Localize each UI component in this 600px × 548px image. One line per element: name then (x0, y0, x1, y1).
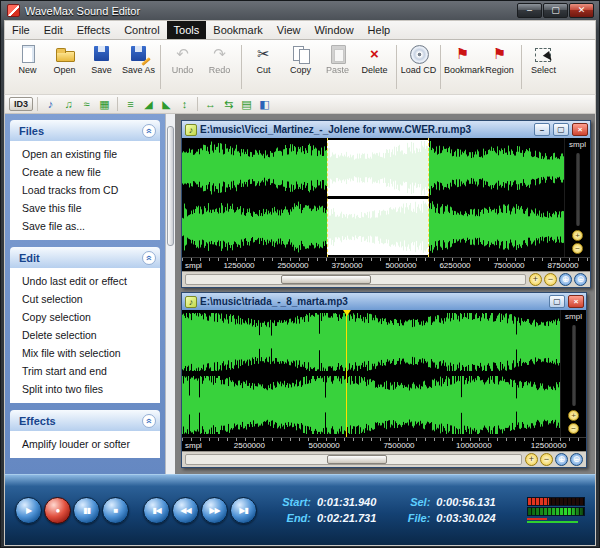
scrollbar-thumb[interactable] (327, 455, 387, 464)
vertical-zoom-in-button[interactable]: + (568, 410, 579, 421)
normalize-icon[interactable]: ↕ (176, 96, 193, 112)
editor-maximize-button[interactable]: ▢ (549, 295, 565, 308)
waveform-channel-right[interactable] (182, 199, 564, 255)
task-open-file[interactable]: Open an existing file (10, 145, 160, 163)
panel-effects-header[interactable]: Effects » (10, 410, 160, 431)
editor-close-button[interactable]: × (572, 123, 588, 136)
scrollbar-thumb[interactable] (167, 126, 174, 246)
vertical-scrollbar[interactable] (572, 325, 576, 406)
horizontal-scrollbar[interactable] (185, 274, 526, 285)
task-cut[interactable]: Cut selection (10, 290, 160, 308)
task-load-cd[interactable]: Load tracks from CD (10, 181, 160, 199)
sel-label: Sel: (394, 496, 430, 508)
waveform-channel-left[interactable] (182, 312, 560, 372)
maximize-button[interactable]: ▢ (543, 3, 568, 18)
copy-button[interactable]: Copy (282, 43, 319, 75)
magnify-in-button[interactable]: ⊕ (559, 273, 572, 286)
menu-help[interactable]: Help (361, 21, 398, 39)
editor-close-button[interactable]: × (568, 295, 584, 308)
vertical-zoom-out-button[interactable]: − (568, 423, 579, 434)
delete-button[interactable]: × Delete (356, 43, 393, 75)
main-area: Files » Open an existing file Create a n… (4, 114, 596, 474)
scrollbar-thumb[interactable] (281, 275, 371, 284)
play-button[interactable]: ▶ (15, 497, 42, 524)
unit-label: smpl (569, 138, 586, 149)
waveform-display[interactable] (182, 138, 564, 257)
id3-button[interactable]: ID3 (9, 97, 33, 111)
editor-maximize-button[interactable]: ▢ (553, 123, 569, 136)
bookmark-button[interactable]: ⚑ Bookmark (444, 43, 481, 75)
pause-button[interactable]: ▮▮ (73, 497, 100, 524)
collapse-chevron-icon[interactable]: » (142, 124, 156, 138)
collapse-chevron-icon[interactable]: » (142, 414, 156, 428)
equalizer-icon[interactable]: ≡ (122, 96, 139, 112)
task-trim[interactable]: Trim start and end (10, 362, 160, 380)
mix-icon[interactable]: ♫ (60, 96, 77, 112)
vertical-zoom-out-button[interactable]: − (572, 243, 583, 254)
close-button[interactable]: ✕ (569, 3, 594, 18)
magnify-in-button[interactable]: ⊕ (555, 453, 568, 466)
magnify-out-button[interactable]: ⊖ (574, 273, 587, 286)
select-button[interactable]: Select (525, 43, 562, 75)
task-save-file[interactable]: Save this file (10, 199, 160, 217)
menu-bookmark[interactable]: Bookmark (206, 21, 270, 39)
zoom-out-button[interactable]: − (540, 453, 553, 466)
editor-title-bar[interactable]: ♪ E:\music\Vicci_Martinez_-_Jolene for w… (182, 121, 590, 138)
task-create-file[interactable]: Create a new file (10, 163, 160, 181)
task-mix[interactable]: Mix file with selection (10, 344, 160, 362)
waveform-icon[interactable]: ≈ (78, 96, 95, 112)
task-save-as[interactable]: Save file as... (10, 217, 160, 235)
menu-file[interactable]: File (5, 21, 37, 39)
editor-minimize-button[interactable]: – (534, 123, 550, 136)
region-button[interactable]: ⚑ Region (481, 43, 518, 75)
panel-edit-header[interactable]: Edit » (10, 247, 160, 268)
zoom-out-button[interactable]: − (544, 273, 557, 286)
waveform-channel-right[interactable] (182, 375, 560, 435)
task-split[interactable]: Split into two files (10, 380, 160, 398)
swap-channels-icon[interactable]: ⇆ (220, 96, 237, 112)
menu-edit[interactable]: Edit (37, 21, 70, 39)
menu-effects[interactable]: Effects (70, 21, 117, 39)
task-copy[interactable]: Copy selection (10, 308, 160, 326)
settings-icon[interactable]: ◧ (256, 96, 273, 112)
menu-control[interactable]: Control (117, 21, 166, 39)
convert-icon[interactable]: ▤ (238, 96, 255, 112)
menu-view[interactable]: View (270, 21, 308, 39)
stretch-icon[interactable]: ↔ (202, 96, 219, 112)
load-cd-button[interactable]: Load CD (400, 43, 437, 75)
minimize-button[interactable]: – (517, 3, 542, 18)
panel-files-header[interactable]: Files » (10, 120, 160, 141)
open-button[interactable]: Open (46, 43, 83, 75)
vertical-zoom-in-button[interactable]: + (572, 230, 583, 241)
horizontal-scroll-row: + − ⊕ ⊖ (182, 451, 586, 467)
save-as-button[interactable]: Save As (120, 43, 157, 75)
stop-button[interactable]: ■ (102, 497, 129, 524)
waveform-channel-left[interactable] (182, 140, 564, 196)
skip-end-button[interactable]: ▶▮ (230, 497, 257, 524)
collapse-chevron-icon[interactable]: » (142, 251, 156, 265)
new-button[interactable]: New (9, 43, 46, 75)
task-pane-scrollbar[interactable] (165, 114, 175, 474)
skip-start-button[interactable]: ▮◀ (143, 497, 170, 524)
task-delete[interactable]: Delete selection (10, 326, 160, 344)
save-button[interactable]: Save (83, 43, 120, 75)
cut-button[interactable]: ✂ Cut (245, 43, 282, 75)
waveform-display[interactable] (182, 310, 560, 437)
fade-out-icon[interactable]: ◣ (158, 96, 175, 112)
zoom-in-button[interactable]: + (525, 453, 538, 466)
rewind-button[interactable]: ◀◀ (172, 497, 199, 524)
menu-window[interactable]: Window (307, 21, 360, 39)
task-undo[interactable]: Undo last edit or effect (10, 272, 160, 290)
menu-tools[interactable]: Tools (167, 21, 207, 39)
zoom-in-button[interactable]: + (529, 273, 542, 286)
horizontal-scrollbar[interactable] (185, 454, 522, 465)
fade-in-icon[interactable]: ◢ (140, 96, 157, 112)
editor-title-bar[interactable]: ♪ E:\music\triada_-_8_marta.mp3 ▢ × (182, 293, 586, 310)
open-audio-icon[interactable]: ♪ (42, 96, 59, 112)
magnify-out-button[interactable]: ⊖ (570, 453, 583, 466)
task-amplify[interactable]: Amplify louder or softer (10, 435, 160, 453)
spectrum-icon[interactable]: ▦ (96, 96, 113, 112)
forward-button[interactable]: ▶▶ (201, 497, 228, 524)
record-button[interactable]: ● (44, 497, 71, 524)
vertical-scrollbar[interactable] (576, 153, 580, 226)
